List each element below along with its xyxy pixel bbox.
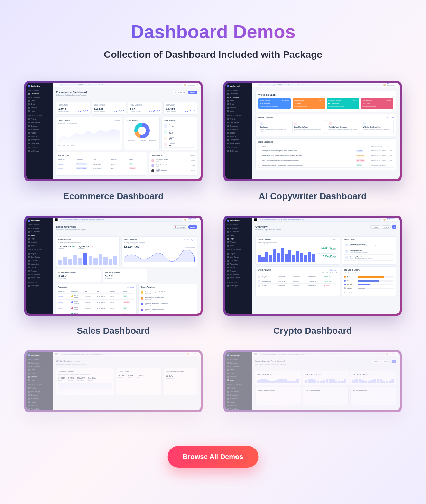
list-item[interactable]: Black Smartwatch$99.008 Sold (151, 168, 195, 173)
sidebar-item[interactable]: User Manage (28, 390, 51, 393)
browse-all-demos-button[interactable]: Browse All Demos (168, 446, 259, 468)
sidebar-item[interactable]: Invest (28, 109, 51, 113)
stat-tile[interactable]: Documents AvailableSee All6 Documents4/1… (327, 98, 359, 109)
sidebar-item[interactable]: Applications (28, 128, 51, 131)
filter-tab[interactable]: BTC (326, 272, 328, 274)
sidebar-item[interactable]: Invoice (28, 400, 51, 404)
sidebar-item[interactable]: Auth Pages (28, 284, 51, 287)
action-item[interactable]: Support MessagesHere is 18 new support m… (344, 248, 394, 255)
sidebar-item[interactable]: Ecommerce (28, 227, 51, 230)
sidebar-item[interactable]: Sales (227, 368, 250, 372)
avatar[interactable] (184, 84, 186, 86)
avatar[interactable] (187, 353, 189, 355)
sidebar-item[interactable]: Ecommerce (227, 227, 250, 230)
sidebar-item[interactable]: Projects (28, 252, 51, 255)
add-button[interactable]: + (392, 360, 396, 363)
bell-icon[interactable]: ♡ (396, 84, 398, 86)
sidebar-item[interactable]: Customers (28, 393, 51, 397)
sidebar-item[interactable]: Pricing Table (28, 273, 51, 276)
template-card[interactable]: YouTube Tags GeneratorGenerate SEO optim… (327, 120, 360, 134)
sidebar-item[interactable]: Projects (227, 386, 250, 390)
sidebar-item[interactable]: Sales (28, 233, 51, 237)
table-row[interactable]: #95955Desiree Edwards02/02/2023$99.49Can… (58, 166, 145, 171)
list-item[interactable]: Pink Fitness Tracker$99.0010 Sold (151, 158, 195, 163)
sidebar-item[interactable]: Customers (227, 124, 250, 128)
sidebar-item[interactable]: Products (227, 269, 250, 273)
sidebar-item[interactable]: Invest (28, 378, 51, 382)
demo-analytics[interactable]: dashwind DASHBOARDSEcommerceAI Copywrite… (24, 350, 203, 412)
template-card[interactable]: Blog IdeasProduce trendy blog ideas for … (258, 120, 290, 134)
avatar[interactable] (386, 353, 388, 355)
download-report-link[interactable]: Download Report (184, 239, 195, 241)
sidebar-item[interactable]: Projects (227, 252, 250, 255)
sidebar-item[interactable]: Projects (28, 117, 51, 121)
sidebar-item[interactable]: Image Gallery (28, 141, 51, 145)
filter-tab[interactable]: USD (322, 272, 324, 274)
sidebar-item[interactable]: Crypto (227, 237, 250, 240)
template-card[interactable]: Social Media PostsCreative and engaging … (292, 120, 325, 134)
table-row[interactable]: #95955Desiree Edwards02/02/2023SUB-24952… (58, 300, 134, 305)
table-row[interactable]: ☐How to Boost Your Online Presence with … (258, 153, 394, 158)
explore-link[interactable]: Explore All (387, 117, 394, 119)
avatar[interactable] (383, 84, 386, 86)
sidebar-item[interactable]: Ecommerce (28, 92, 51, 95)
sidebar-item[interactable]: User Manage (227, 390, 250, 393)
sidebar-item[interactable]: AI Copywriter (227, 95, 250, 99)
sidebar-item[interactable]: Applications (28, 397, 51, 400)
sidebar-item[interactable]: Pricing Table (227, 273, 250, 276)
sidebar-item[interactable]: Pricing Table (227, 138, 250, 141)
sidebar-item[interactable]: Analytics (28, 375, 51, 378)
sidebar-item[interactable]: Applications (227, 397, 250, 400)
sidebar-item[interactable]: Customers (28, 124, 51, 128)
sidebar-item[interactable]: Products (28, 269, 51, 273)
demo-crypto[interactable]: dashwind DASHBOARDSEcommerceAI Copywrite… (223, 216, 402, 336)
demo-sales[interactable]: dashwind DASHBOARDSEcommerceAI Copywrite… (24, 216, 203, 336)
table-row[interactable]: ☐Transforming Healthcare with Big Data: … (258, 163, 394, 168)
sidebar-item[interactable]: Products (28, 404, 51, 407)
sidebar-item[interactable]: AI Copywriter (227, 230, 250, 233)
sidebar-item[interactable]: Customers (28, 259, 51, 262)
sidebar-item[interactable]: User Manage (28, 255, 51, 259)
stat-tile[interactable]: Words AvailableSee History452 words1548/… (258, 98, 291, 109)
filter-tab[interactable]: Pending (330, 272, 334, 274)
bell-icon[interactable]: ♡ (197, 219, 198, 221)
table-row[interactable]: ↓Buy Ethereum02/10/2023RE23092330.2040 E… (258, 279, 337, 284)
demo-ecommerce[interactable]: dashwind DASHBOARDS EcommerceAI Copywrit… (24, 81, 203, 202)
sidebar-item[interactable]: Invoice (28, 266, 51, 269)
sidebar-item[interactable]: Crypto (227, 372, 250, 375)
sidebar-item[interactable]: Invoice (227, 400, 250, 404)
sidebar-item[interactable]: Sales (28, 99, 51, 102)
sidebar-item[interactable]: Products (28, 135, 51, 138)
sidebar-item[interactable]: Invoice (28, 131, 51, 135)
sidebar-item[interactable]: Applications (227, 128, 250, 131)
date-filter[interactable]: 📅Last 30 Days (173, 225, 187, 229)
sidebar-item[interactable]: Applications (227, 262, 250, 266)
sidebar-item[interactable]: Pricing Table (28, 138, 51, 141)
table-row[interactable]: ↑Buy Bitcoin02/11/2023RE23092320.2040 BT… (258, 275, 337, 279)
sidebar-item[interactable]: Analytics (28, 240, 51, 244)
date-filter[interactable]: 📅Last 30 Days (173, 91, 187, 94)
sidebar-item[interactable]: Crypto (227, 102, 250, 106)
sidebar-item[interactable]: Products (227, 135, 250, 138)
sidebar-item[interactable]: Auth Pages (28, 149, 51, 153)
sidebar-item[interactable]: Ecommerce (227, 361, 250, 365)
sidebar-item[interactable]: Auth Pages (227, 284, 250, 287)
sidebar-item[interactable]: Analytics (227, 240, 250, 244)
avatar[interactable] (184, 219, 186, 221)
table-row[interactable]: ☐Top 10 Tips for Effective Time Manageme… (258, 158, 394, 163)
sidebar-item[interactable]: Customers (227, 259, 250, 262)
table-row[interactable]: #95950Naomi Lawrence01/29/2023SUB-249529… (58, 311, 134, 314)
export-button[interactable]: Export (372, 360, 380, 363)
sidebar-item[interactable]: Auth Pages (227, 149, 250, 153)
action-item[interactable]: Upcoming DepositHere is 7 upcoming depos… (344, 255, 394, 261)
demo-ai-copywriter[interactable]: dashwind DASHBOARDSEcommerceAI Copywrite… (223, 81, 402, 202)
sidebar-item[interactable]: Sales (227, 233, 250, 237)
reports-button[interactable]: Reports (382, 225, 391, 229)
export-button[interactable]: ⬇Export (370, 225, 380, 229)
sidebar-item[interactable]: Image Gallery (28, 276, 51, 280)
table-row[interactable]: ☐The Impact of Artificial Intelligence o… (258, 148, 394, 153)
sidebar-item[interactable]: Invest (28, 244, 51, 247)
sidebar-item[interactable]: Pricing Table (28, 407, 51, 410)
sidebar-item[interactable]: User Manage (28, 121, 51, 124)
sidebar-item[interactable]: Ecommerce (227, 92, 250, 95)
